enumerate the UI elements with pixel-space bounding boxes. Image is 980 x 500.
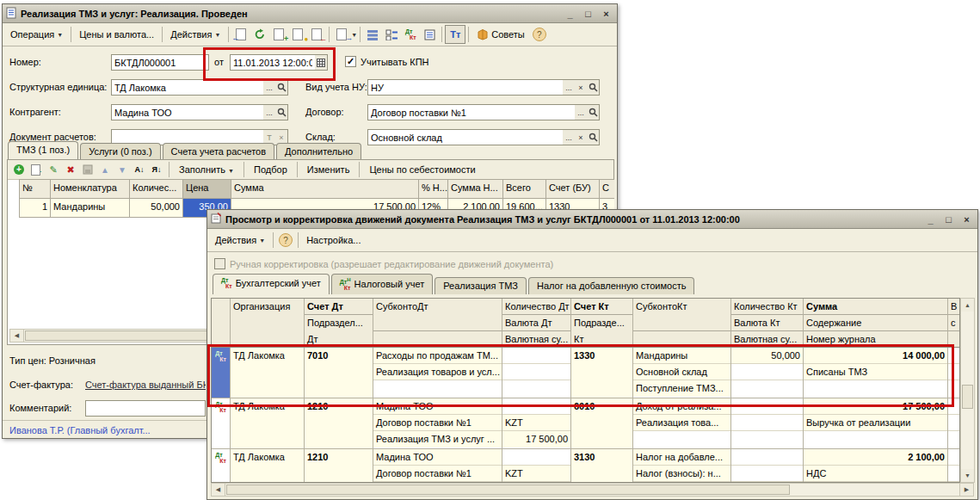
move-down-icon[interactable]: ▼ bbox=[114, 163, 130, 177]
pick-button[interactable]: Подбор bbox=[249, 163, 293, 176]
header-kt-quantity[interactable]: Количество Кт Валюта Кт Валютная су... bbox=[731, 299, 804, 347]
go-to-icon[interactable]: → bbox=[332, 26, 351, 43]
tab-accounting[interactable]: ДтКт Бухгалтерский учет bbox=[213, 274, 330, 294]
write-document-icon[interactable]: ← bbox=[231, 26, 250, 43]
close-button[interactable]: × bbox=[959, 213, 974, 225]
add-row-icon[interactable]: + bbox=[11, 163, 27, 177]
change-button[interactable]: Изменить bbox=[302, 163, 355, 176]
cell-organization[interactable]: ТД Лакомка bbox=[231, 348, 305, 398]
row-dtkt-icon[interactable]: ДтКт bbox=[212, 398, 231, 448]
dtkt-postings-icon[interactable]: ДтКт bbox=[401, 26, 420, 43]
tab-tax-accounting[interactable]: ДтНКт Налоговый учет bbox=[331, 274, 433, 294]
col-sum[interactable]: Сумма bbox=[231, 180, 419, 199]
delete-row-icon[interactable]: ✖ bbox=[63, 163, 78, 177]
header-kt-subconto[interactable]: СубконтоКт bbox=[633, 299, 731, 347]
description-toggle-button[interactable]: Тт bbox=[445, 25, 465, 44]
comment-input[interactable] bbox=[85, 400, 206, 417]
help-button[interactable]: ? bbox=[276, 231, 295, 249]
header-organization[interactable]: Организация bbox=[231, 299, 305, 347]
kpn-checkbox[interactable]: ✓ bbox=[345, 56, 356, 67]
copy-document-icon[interactable]: + bbox=[269, 26, 288, 43]
tab-vat[interactable]: Налог на добавленную стоимость bbox=[528, 277, 694, 294]
cell-dt-account[interactable]: 7010 bbox=[305, 348, 373, 398]
warehouse-input[interactable] bbox=[367, 129, 564, 145]
cell-organization[interactable]: ТД Лакомка bbox=[231, 398, 305, 448]
header-dt-account[interactable]: Счет Дт Подраздел... Дт bbox=[305, 299, 373, 347]
warehouse-clear-button[interactable]: × bbox=[575, 129, 588, 145]
cell-dt-subconto[interactable]: Мадина ТОО Договор поставки №1 bbox=[373, 449, 502, 483]
close-button[interactable]: × bbox=[599, 7, 613, 20]
header-kt-account[interactable]: Счет Кт Подразде... Кт bbox=[571, 299, 633, 347]
maximize-button[interactable]: □ bbox=[581, 7, 595, 20]
settings-button[interactable]: Настройка... bbox=[301, 232, 366, 248]
edit-row-icon[interactable]: ✎ bbox=[46, 163, 61, 177]
post-document-icon[interactable]: ● bbox=[288, 26, 307, 43]
minimize-button[interactable]: _ bbox=[923, 213, 938, 225]
row-dtkt-icon[interactable]: ДтКт bbox=[212, 348, 231, 398]
cell-kt-account[interactable]: 6010 bbox=[571, 398, 633, 448]
col-nomenclature[interactable]: Номенклатура bbox=[51, 180, 130, 199]
tab-tmz[interactable]: ТМЗ (1 поз.) bbox=[8, 141, 78, 160]
contract-open-button[interactable] bbox=[587, 104, 600, 120]
cell-kt-account[interactable]: 1330 bbox=[571, 348, 633, 398]
col-number[interactable]: № bbox=[20, 180, 51, 199]
tab-additional[interactable]: Дополнительно bbox=[276, 143, 361, 160]
col-quantity[interactable]: Количес... bbox=[130, 180, 183, 199]
scroll-down-button[interactable]: ▼ bbox=[961, 469, 974, 482]
movement-row[interactable]: ДтКт ТД Лакомка 7010 Расходы по продажам… bbox=[212, 348, 959, 398]
movement-row[interactable]: ДтКт ТД Лакомка 1210 Мадина ТОО Договор … bbox=[212, 449, 959, 483]
contract-input[interactable] bbox=[367, 104, 576, 120]
col-cut[interactable]: С bbox=[600, 180, 614, 199]
contract-select-button[interactable]: ... bbox=[575, 104, 588, 120]
invoice-link[interactable]: Счет-фактура выданный БК bbox=[85, 380, 206, 390]
window2-titlebar[interactable]: Просмотр и корректировка движений докуме… bbox=[207, 210, 977, 229]
refresh-icon[interactable] bbox=[250, 26, 269, 43]
col-vat-percent[interactable]: % Н... bbox=[419, 180, 448, 199]
operation-menu-button[interactable]: Операция▼ bbox=[5, 27, 68, 42]
maximize-button[interactable]: □ bbox=[941, 213, 956, 225]
scroll-right-button[interactable]: ▶ bbox=[959, 484, 973, 496]
move-up-icon[interactable]: ▲ bbox=[97, 163, 113, 177]
cell-kt-quantity[interactable] bbox=[731, 398, 804, 448]
movement-row[interactable]: ДтКт ТД Лакомка 1210 Мадина ТОО Договор … bbox=[212, 398, 959, 449]
copy-row-icon[interactable]: + bbox=[28, 163, 44, 177]
nu-input[interactable] bbox=[367, 79, 564, 96]
scroll-left-button[interactable]: ◀ bbox=[212, 484, 225, 496]
cell-number[interactable]: 1 bbox=[20, 199, 51, 218]
col-total[interactable]: Всего bbox=[503, 180, 546, 199]
cell-nomenclature[interactable]: Мандарины bbox=[51, 199, 130, 218]
header-dt-subconto[interactable]: СубконтоДт bbox=[373, 299, 502, 347]
cell-dt-account[interactable]: 1210 bbox=[305, 449, 373, 483]
nu-clear-button[interactable]: × bbox=[575, 79, 588, 96]
nu-open-button[interactable] bbox=[587, 79, 600, 96]
contractor-open-button[interactable] bbox=[275, 104, 288, 120]
unit-select-button[interactable]: ... bbox=[263, 79, 276, 96]
help-button[interactable]: ? bbox=[530, 26, 549, 43]
cell-kt-subconto[interactable]: Доход от реализа... Реализация това... bbox=[633, 398, 731, 448]
cell-sum[interactable]: 17 500,00 Выручка от реализации bbox=[804, 398, 948, 448]
scrollbar-thumb[interactable] bbox=[962, 385, 973, 409]
actions-menu-button[interactable]: Действия▼ bbox=[210, 232, 270, 248]
cell-dt-quantity[interactable]: KZT 17 500,00 bbox=[502, 398, 571, 448]
tab-services[interactable]: Услуги (0 поз.) bbox=[80, 143, 160, 160]
sort-desc-icon[interactable]: Я↓ bbox=[149, 163, 164, 177]
cell-kt-subconto[interactable]: Мандарины Основной склад Поступление ТМЗ… bbox=[633, 348, 731, 398]
cell-dt-quantity[interactable] bbox=[502, 348, 571, 398]
col-price[interactable]: Цена bbox=[183, 180, 231, 199]
sort-asc-icon[interactable]: А↓ bbox=[132, 163, 147, 177]
cell-kt-account[interactable]: 3130 bbox=[571, 449, 633, 483]
cell-dt-account[interactable]: 1210 bbox=[305, 398, 373, 448]
header-sum[interactable]: Сумма Содержание Номер журнала bbox=[804, 299, 948, 347]
number-input[interactable] bbox=[111, 54, 209, 71]
tab-settlement-accounts[interactable]: Счета учета расчетов bbox=[163, 143, 274, 160]
cell-organization[interactable]: ТД Лакомка bbox=[231, 449, 305, 483]
actions-menu-button[interactable]: Действия▼ bbox=[165, 27, 225, 42]
manual-correction-checkbox[interactable] bbox=[214, 258, 225, 269]
scroll-left-button[interactable]: ◀ bbox=[10, 330, 24, 342]
contractor-input[interactable] bbox=[111, 104, 264, 120]
warehouse-select-button[interactable]: ... bbox=[563, 129, 576, 145]
cell-kt-quantity[interactable]: 50,000 bbox=[731, 348, 804, 398]
date-input[interactable] bbox=[230, 54, 316, 71]
fill-menu-button[interactable]: Заполнить ▼ bbox=[174, 163, 239, 176]
end-edit-icon[interactable] bbox=[80, 163, 96, 177]
